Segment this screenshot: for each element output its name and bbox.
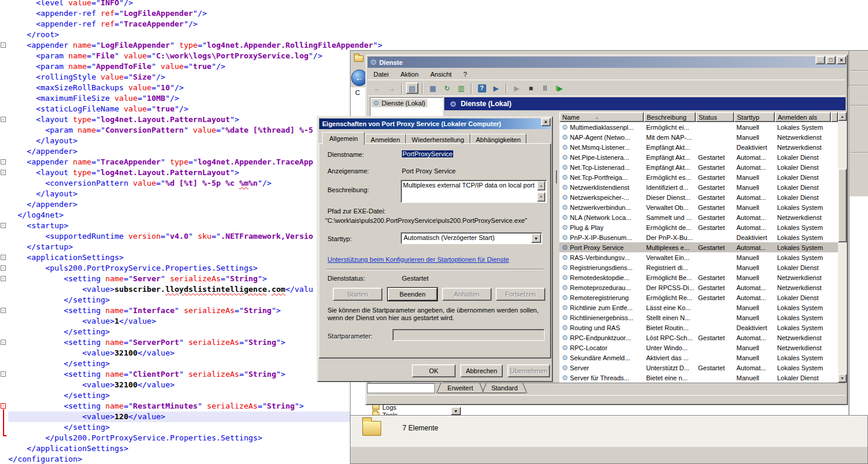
menu-item-datei[interactable]: Datei xyxy=(368,69,395,80)
service-logon-as: Lokaler Dienst xyxy=(775,374,831,381)
column-header-starttyp[interactable]: Starttyp xyxy=(734,112,775,122)
service-description: Stellt einen N... xyxy=(644,314,696,321)
scroll-up-icon[interactable]: ▲ xyxy=(537,181,545,190)
menu-item-aktion[interactable]: Aktion xyxy=(395,69,425,80)
table-row[interactable]: ⚙Netzwerkverbindun...Verwaltet Ob...Gest… xyxy=(559,202,838,212)
menu-item-ansicht[interactable]: Ansicht xyxy=(424,69,457,80)
column-header-name[interactable]: Name▲ xyxy=(559,112,644,122)
fold-marker-icon[interactable]: - xyxy=(1,403,6,409)
tab-allgemein[interactable]: Allgemein xyxy=(322,132,365,145)
column-header-status[interactable]: Status xyxy=(696,112,734,122)
divider xyxy=(326,269,543,270)
table-row[interactable]: ⚙Multimediaklassenpl...Ermöglicht ei...M… xyxy=(559,122,838,132)
table-row[interactable]: ⚙RAS-Verbindungsv...Verwaltet Ein...Manu… xyxy=(559,252,838,262)
resume-button[interactable]: Fortsetzen xyxy=(496,288,545,301)
table-row[interactable]: ⚙Remoteprozedurau...Der RPCSS-Di...Gesta… xyxy=(559,282,838,292)
column-header-beschreibung[interactable]: Beschreibung xyxy=(644,112,696,122)
scroll-down-icon[interactable]: ▼ xyxy=(838,374,847,383)
fold-marker-icon[interactable]: - xyxy=(1,170,6,175)
table-row[interactable]: ⚙RemoteregistrierungErmöglicht Re...Gest… xyxy=(559,292,838,302)
dialog-titlebar[interactable]: Eigenschaften von Port Proxy Service (Lo… xyxy=(319,119,551,129)
scroll-up-icon[interactable]: ▲ xyxy=(838,112,847,121)
pause-button[interactable]: Anhalten xyxy=(442,288,492,301)
service-starttype: Automat... xyxy=(734,194,775,201)
stop-service-button[interactable]: ■ xyxy=(525,83,537,94)
pause-service-button[interactable]: II xyxy=(539,83,551,94)
apply-button[interactable]: Übernehmen xyxy=(507,364,550,377)
export-list-button[interactable]: ▥ xyxy=(455,83,467,94)
service-name-cell: ⚙Netzwerklistendienst xyxy=(559,184,644,191)
tab-standard[interactable]: Standard xyxy=(483,383,526,393)
fold-marker-icon[interactable]: - xyxy=(1,308,6,313)
fold-marker-icon[interactable]: - xyxy=(1,42,6,48)
table-row[interactable]: ⚙ServerUnterstützt D...GestartetAutomat.… xyxy=(559,363,838,373)
scrollbar-thumb[interactable] xyxy=(838,169,847,242)
table-row[interactable]: ⚙Net.Tcp-Listenerad...Empfängt Akt...Ges… xyxy=(559,162,838,172)
startoptions-help-link[interactable]: Unterstützung beim Konfigurieren der Sta… xyxy=(327,256,509,263)
menu-item-help[interactable]: ? xyxy=(457,69,473,80)
forward-button[interactable]: → xyxy=(385,83,398,94)
fold-marker-icon[interactable]: - xyxy=(1,255,6,260)
minimize-icon[interactable]: _ xyxy=(815,56,825,64)
start-button[interactable]: Starten xyxy=(333,288,382,301)
column-header-anmelden-als[interactable]: Anmelden als xyxy=(775,112,831,122)
fold-marker-icon[interactable]: - xyxy=(1,276,6,281)
start-service-button[interactable]: ▶ xyxy=(510,83,523,94)
gear-icon: ⚙ xyxy=(562,254,568,261)
table-row[interactable]: ⚙Routing und RASBietet Routin...Deaktivi… xyxy=(559,323,838,333)
table-row[interactable]: ⚙NLA (Network Loca...Sammelt und ...Gest… xyxy=(559,212,838,222)
table-row[interactable]: ⚙Server für Threads...Bietet eine n...Ma… xyxy=(559,373,838,383)
table-row[interactable]: ⚙PnP-X-IP-Busenum...Der PnP-X-Bu...Deakt… xyxy=(559,232,838,242)
service-name-value[interactable]: PortProxyService xyxy=(402,150,453,157)
back-button[interactable]: ← xyxy=(371,83,384,94)
table-row[interactable]: ⚙NetzwerklistendienstIdentifiziert d...G… xyxy=(559,182,838,192)
close-icon[interactable]: × xyxy=(541,118,551,126)
stop-button[interactable]: Beenden xyxy=(388,288,437,301)
extended-view-button[interactable]: ▶ xyxy=(490,83,502,94)
table-row[interactable]: ⚙Port Proxy ServiceMultiplexes e...Gesta… xyxy=(559,242,838,252)
show-console-tree-button[interactable]: ▤ xyxy=(406,83,418,94)
chevron-down-icon[interactable]: ▼ xyxy=(531,233,541,243)
table-row[interactable]: ⚙NAP-Agent (Netwo...Mit dem NAP-...Manue… xyxy=(559,132,838,142)
close-icon[interactable]: × xyxy=(837,56,846,64)
table-row[interactable]: ⚙RPC-LocatorUnter Windo...ManuellNetzwer… xyxy=(559,343,838,353)
splitter-handle[interactable] xyxy=(556,170,557,183)
tab-erweitert[interactable]: Erweitert xyxy=(438,383,483,393)
cancel-button[interactable]: Abbrechen xyxy=(460,364,503,377)
table-row[interactable]: ⚙Net.Tcp-Portfreiga...Ermöglicht es...Ge… xyxy=(559,172,838,182)
maximize-icon[interactable]: □ xyxy=(826,56,836,64)
scroll-down-icon[interactable]: ▼ xyxy=(537,192,545,202)
fold-marker-icon[interactable]: - xyxy=(1,223,6,228)
table-row[interactable]: ⚙Richtlinie zum Entfe...Lässt eine Ko...… xyxy=(559,302,838,312)
ok-button[interactable]: OK xyxy=(412,364,456,377)
help-button[interactable]: ? xyxy=(476,83,488,94)
dropdown-button[interactable]: ▼ xyxy=(451,407,461,415)
services-titlebar[interactable]: ⚙ Dienste xyxy=(368,57,846,68)
fold-marker-icon[interactable]: - xyxy=(1,159,6,164)
table-row[interactable]: ⚙Net.Pipe-Listenera...Empfängt Akt...Ges… xyxy=(559,152,838,162)
description-field[interactable]: Multiplexes external TCP/IP data on loca… xyxy=(401,180,547,203)
gear-icon: ⚙ xyxy=(562,284,568,291)
table-row[interactable]: ⚙Sekundäre Anmeld...Aktiviert das ...Man… xyxy=(559,353,838,363)
table-row[interactable]: ⚙Netzwerkspeicher-...Dieser Dienst...Ges… xyxy=(559,192,838,202)
chevron-down-icon: ▼ xyxy=(454,409,458,413)
restart-service-button[interactable]: I▶ xyxy=(553,83,565,94)
fold-marker-icon[interactable]: - xyxy=(1,265,6,271)
properties-button[interactable]: ▦ xyxy=(427,83,439,94)
service-name-cell: ⚙Net.Pipe-Listenera... xyxy=(559,154,644,161)
fold-marker-icon[interactable]: - xyxy=(1,340,6,345)
table-row[interactable]: ⚙Remotedesktopdie...Ermöglicht Be...Gest… xyxy=(559,272,838,282)
services-list[interactable]: Name▲BeschreibungStatusStarttypAnmelden … xyxy=(559,112,838,383)
refresh-button[interactable]: ↻ xyxy=(441,83,453,94)
fold-marker-icon[interactable]: - xyxy=(1,117,6,122)
fold-marker-icon[interactable]: - xyxy=(1,371,6,377)
table-row[interactable]: ⚙Plug & PlayErmöglicht de...GestartetAut… xyxy=(559,222,838,232)
sidebar-item-dienste-lokal[interactable]: ⚙ Dienste (Lokal) xyxy=(371,99,427,107)
table-row[interactable]: ⚙Net.Msmq-Listener...Empfängt Akt...Deak… xyxy=(559,142,838,152)
table-row[interactable]: ⚙RPC-Endpunktzuor...Löst RPC-Sch...Gesta… xyxy=(559,333,838,343)
table-row[interactable]: ⚙Richtlinienergebniss...Stellt einen N..… xyxy=(559,312,838,323)
starttype-select[interactable]: Automatisch (Verzögerter Start) ▼ xyxy=(401,232,542,244)
table-row[interactable]: ⚙Registrierungsdiens...Registriert di...… xyxy=(559,262,838,272)
vertical-scrollbar[interactable]: ▲ ▼ xyxy=(838,112,847,383)
startparams-input[interactable] xyxy=(392,329,545,341)
